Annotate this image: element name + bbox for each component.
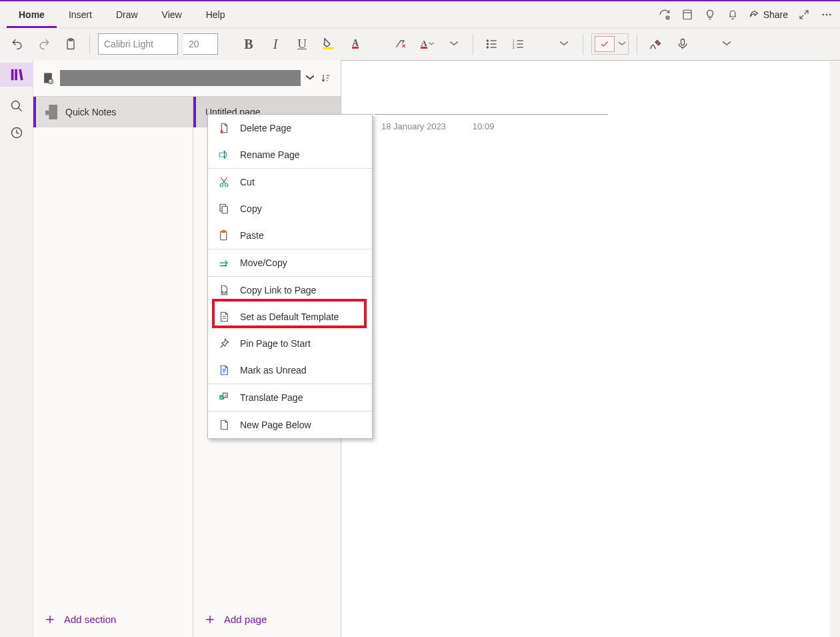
- ctx-mark-unread[interactable]: Mark as Unread: [208, 357, 372, 384]
- bold-button[interactable]: B: [238, 33, 259, 55]
- add-section-button[interactable]: ＋ Add section: [33, 601, 193, 637]
- plus-icon: ＋: [43, 609, 57, 629]
- rename-icon: [217, 148, 231, 161]
- svg-point-3: [826, 13, 828, 15]
- template-icon: [217, 310, 231, 324]
- notebooks-icon[interactable]: [9, 67, 24, 82]
- svg-point-21: [225, 183, 229, 187]
- tab-help[interactable]: Help: [194, 1, 237, 28]
- svg-point-18: [49, 79, 53, 84]
- svg-point-26: [222, 291, 223, 293]
- copy-icon: [217, 202, 231, 215]
- share-label: Share: [763, 9, 788, 20]
- section-label: Quick Notes: [65, 107, 116, 117]
- translate-icon: A文: [217, 391, 231, 404]
- ctx-label: Copy: [240, 203, 262, 214]
- ctx-translate[interactable]: A文 Translate Page: [208, 384, 372, 411]
- svg-rect-7: [323, 47, 334, 49]
- page-title-input[interactable]: [375, 91, 608, 115]
- font-name-input[interactable]: Calibri Light: [98, 33, 178, 55]
- svg-text:文: 文: [224, 394, 227, 398]
- page-canvas[interactable]: 18 January 2023 10:09: [341, 60, 840, 637]
- ribbon-toolbar: Calibri Light 20 B I U A A 123: [0, 28, 840, 60]
- fullscreen-icon[interactable]: [797, 8, 811, 21]
- page-context-menu: Delete Page Rename Page Cut Copy Paste M…: [207, 114, 373, 439]
- svg-rect-23: [222, 206, 227, 213]
- italic-button[interactable]: I: [265, 33, 286, 55]
- dictate-button[interactable]: [672, 33, 693, 55]
- section-item-quick-notes[interactable]: Quick Notes: [33, 97, 193, 127]
- tab-draw[interactable]: Draw: [104, 1, 150, 28]
- bulb-icon[interactable]: [703, 8, 717, 21]
- bell-icon[interactable]: [726, 8, 739, 21]
- tab-insert[interactable]: Insert: [57, 1, 104, 28]
- svg-point-2: [822, 13, 824, 15]
- ctx-label: Set as Default Template: [240, 311, 339, 322]
- undo-button[interactable]: [7, 33, 28, 55]
- search-icon[interactable]: [9, 99, 24, 113]
- svg-point-8: [487, 40, 488, 41]
- ctx-label: Copy Link to Page: [240, 285, 316, 295]
- ctx-copy-link[interactable]: Copy Link to Page: [208, 277, 372, 303]
- tag-todo-button[interactable]: [591, 33, 629, 55]
- notebook-header[interactable]: [33, 60, 341, 96]
- page-time: 10:09: [473, 121, 495, 131]
- add-page-label: Add page: [224, 614, 267, 625]
- sections-column: Quick Notes: [33, 97, 193, 601]
- numbering-button[interactable]: 123: [508, 33, 529, 55]
- page-delete-icon: [217, 121, 231, 135]
- sync-icon[interactable]: [658, 8, 671, 21]
- svg-text:A: A: [221, 396, 223, 400]
- page-icon: [217, 418, 231, 432]
- ctx-paste[interactable]: Paste: [208, 222, 372, 249]
- ctx-copy[interactable]: Copy: [208, 195, 372, 222]
- clipboard-button[interactable]: [60, 33, 81, 55]
- link-icon: [217, 283, 231, 297]
- page-date: 18 January 2023: [381, 121, 446, 131]
- svg-point-27: [225, 291, 227, 293]
- svg-rect-14: [681, 39, 685, 45]
- plus-icon: ＋: [203, 609, 217, 629]
- ctx-pin-to-start[interactable]: Pin Page to Start: [208, 330, 372, 357]
- bullets-button[interactable]: [481, 33, 503, 55]
- ctx-delete-page[interactable]: Delete Page: [208, 115, 372, 141]
- more-ribbon-dropdown[interactable]: [716, 33, 737, 55]
- ctx-rename-page[interactable]: Rename Page: [208, 141, 372, 168]
- ctx-new-page-below[interactable]: New Page Below: [208, 412, 372, 438]
- tab-view[interactable]: View: [150, 1, 194, 28]
- ctx-set-default-template[interactable]: Set as Default Template: [208, 303, 372, 330]
- notebook-name-redacted: [60, 70, 301, 86]
- svg-rect-1: [683, 10, 691, 19]
- font-color-button[interactable]: A: [345, 33, 366, 55]
- ctx-label: Translate Page: [240, 392, 303, 403]
- underline-button[interactable]: U: [291, 33, 313, 55]
- svg-point-9: [487, 43, 488, 45]
- font-size-input[interactable]: 20: [183, 33, 218, 55]
- more-icon[interactable]: [820, 8, 833, 21]
- section-tab-icon: [45, 105, 57, 119]
- ctx-cut[interactable]: Cut: [208, 169, 372, 195]
- vertical-scrollbar[interactable]: [829, 61, 840, 637]
- redo-button[interactable]: [33, 33, 55, 55]
- format-painter-button[interactable]: A: [417, 33, 438, 55]
- svg-text:3: 3: [513, 45, 515, 49]
- chevron-down-icon[interactable]: [306, 74, 314, 82]
- highlight-button[interactable]: [318, 33, 339, 55]
- sort-icon[interactable]: [319, 72, 333, 84]
- add-page-button[interactable]: ＋ Add page: [193, 601, 341, 637]
- paragraph-dropdown[interactable]: [553, 33, 575, 55]
- share-button[interactable]: Share: [749, 9, 788, 20]
- svg-point-10: [487, 47, 488, 48]
- text-style-dropdown[interactable]: [443, 33, 465, 55]
- svg-rect-25: [222, 231, 225, 233]
- svg-rect-19: [219, 153, 227, 157]
- add-section-label: Add section: [64, 614, 116, 625]
- recent-icon[interactable]: [9, 125, 24, 140]
- svg-point-15: [11, 101, 19, 109]
- clear-formatting-button[interactable]: [390, 33, 411, 55]
- ink-button[interactable]: [645, 33, 667, 55]
- tab-home[interactable]: Home: [7, 1, 57, 28]
- ctx-move-copy[interactable]: Move/Copy: [208, 249, 372, 276]
- ctx-label: Mark as Unread: [240, 365, 307, 376]
- feed-icon[interactable]: [681, 8, 694, 21]
